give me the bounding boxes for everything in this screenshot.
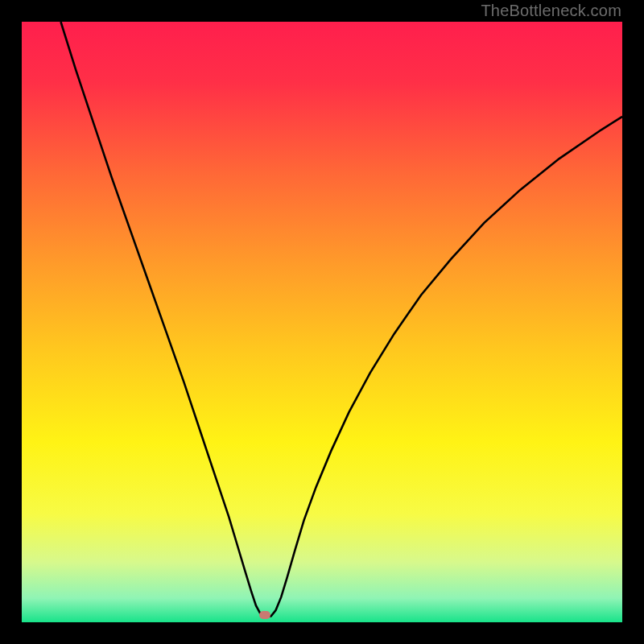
watermark-text: TheBottleneck.com: [481, 2, 621, 20]
optimum-marker: [259, 611, 270, 619]
chart-frame: TheBottleneck.com: [0, 0, 644, 644]
plot-area: [22, 22, 622, 622]
background-gradient: [22, 22, 622, 622]
svg-rect-0: [22, 22, 622, 622]
